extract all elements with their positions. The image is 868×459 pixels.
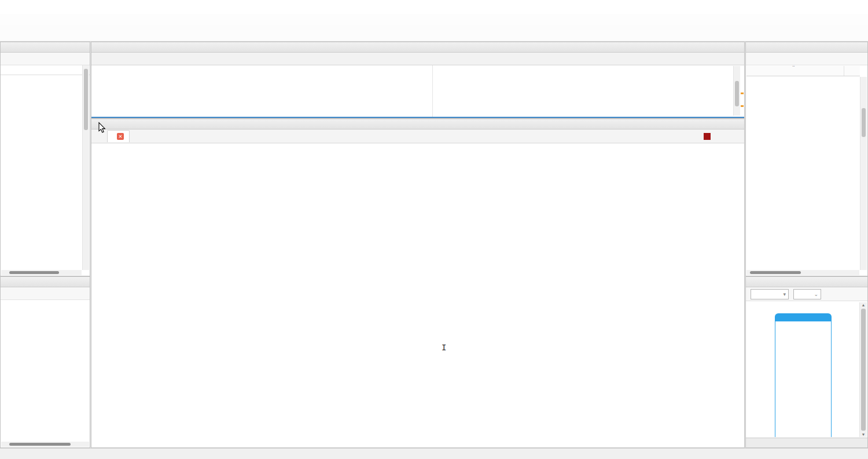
ibeam-cursor-icon: I (442, 343, 446, 352)
outline-hscrollbar[interactable] (1, 442, 89, 447)
close-button[interactable] (841, 0, 868, 14)
undock-icon[interactable] (70, 279, 76, 285)
close-icon (851, 3, 858, 10)
help-content (746, 302, 859, 437)
close-icon[interactable] (858, 279, 865, 285)
help-vscrollbar[interactable]: ▲ ▼ (859, 302, 867, 437)
interrupt-kernel-button[interactable] (704, 133, 711, 140)
restore-button[interactable] (815, 0, 841, 14)
column-type[interactable] (844, 66, 860, 76)
undock-icon[interactable] (724, 121, 731, 127)
scrollbar-thumb[interactable] (750, 271, 801, 274)
spyder-logo-icon (5, 3, 13, 12)
help-bottom-tabs (746, 438, 867, 447)
close-icon[interactable] (80, 279, 87, 285)
browse-tabs-button[interactable] (93, 53, 107, 65)
scroll-down-icon[interactable]: ▼ (860, 432, 867, 436)
close-icon[interactable] (735, 44, 741, 50)
browse-tabs-button[interactable] (93, 130, 107, 142)
file-explorer-hscrollbar[interactable] (1, 270, 82, 275)
scroll-up-icon[interactable]: ▲ (860, 303, 867, 307)
help-panel: ▾ ⌄ ▲ ▼ (745, 276, 868, 448)
lock-icon[interactable] (823, 290, 831, 298)
browse-tabs-icon (96, 132, 105, 140)
plot-figure (96, 150, 348, 277)
titlebar (0, 0, 868, 14)
scrollbar-thumb[interactable] (862, 108, 866, 137)
scrollbar-thumb[interactable] (735, 81, 739, 106)
undock-icon[interactable] (70, 44, 76, 50)
pf-vs-pd-chart (96, 150, 348, 275)
object-select[interactable]: ⌄ (793, 289, 821, 299)
column-79-guide (432, 65, 433, 117)
editor-vscrollbar[interactable] (733, 66, 740, 116)
sort-indicator-icon: ⌃ (792, 66, 796, 70)
file-explorer-vscrollbar[interactable] (82, 65, 89, 270)
clear-console-icon[interactable] (716, 132, 724, 140)
variable-explorer-header (746, 42, 867, 53)
variables-table-header[interactable]: ⌃ (746, 66, 860, 76)
variable-explorer-vscrollbar[interactable] (860, 77, 867, 270)
ipython-console-panel: ✕ I (91, 119, 745, 448)
editor-panel (91, 42, 745, 119)
statusbar (0, 448, 868, 459)
restore-icon (825, 3, 832, 10)
close-icon[interactable] (80, 44, 87, 50)
window-controls (788, 0, 868, 14)
outline-tree (1, 300, 90, 302)
variable-explorer-hscrollbar[interactable] (746, 270, 859, 275)
console-output-area[interactable]: I (91, 143, 744, 447)
usage-card-body (775, 321, 832, 437)
editor-tabbar (91, 53, 744, 65)
minimize-button[interactable] (788, 0, 815, 14)
editor-options-gear-icon[interactable] (733, 56, 742, 65)
outline-header (1, 277, 90, 287)
minimize-icon (798, 3, 805, 10)
undock-icon[interactable] (848, 279, 854, 285)
file-explorer-list (1, 75, 82, 270)
scrollbar-thumb[interactable] (9, 271, 59, 274)
scrollbar-thumb[interactable] (84, 69, 88, 130)
console-header (91, 119, 744, 129)
file-explorer-panel (0, 42, 90, 276)
close-tab-icon[interactable]: ✕ (117, 133, 124, 140)
variable-explorer-toolbar (746, 53, 867, 65)
undock-icon[interactable] (848, 44, 854, 50)
console-tabbar: ✕ (91, 129, 744, 143)
main-toolbar (0, 25, 868, 42)
variables-table: ⌃ (746, 66, 860, 270)
scrollbar-thumb[interactable] (861, 309, 866, 431)
help-header (746, 277, 867, 287)
help-options-gear-icon[interactable] (833, 290, 841, 298)
editor-console-splitter[interactable] (91, 117, 744, 118)
undock-icon[interactable] (724, 44, 731, 50)
file-explorer-column-header[interactable] (1, 65, 90, 75)
close-icon[interactable] (735, 121, 741, 127)
outline-panel (0, 276, 90, 448)
usage-card (775, 313, 832, 437)
console-tab[interactable]: ✕ (107, 130, 130, 142)
menubar (0, 14, 868, 25)
usage-card-title (775, 313, 832, 321)
file-explorer-toolbar (1, 53, 90, 65)
editor-header (91, 42, 744, 53)
spyder-window: ✕ I ⌃ (0, 0, 868, 459)
outline-toolbar (1, 287, 90, 300)
editor-warning-marks (741, 66, 744, 116)
close-icon[interactable] (858, 44, 865, 50)
console-options-gear-icon[interactable] (730, 132, 738, 140)
source-select[interactable]: ▾ (751, 289, 789, 299)
scrollbar-thumb[interactable] (9, 443, 71, 446)
file-explorer-header (1, 42, 90, 53)
browse-tabs-icon (96, 55, 105, 63)
help-toolbar: ▾ ⌄ (746, 287, 867, 301)
variable-explorer-panel: ⌃ (745, 42, 868, 276)
editor-code-area[interactable] (91, 65, 744, 117)
